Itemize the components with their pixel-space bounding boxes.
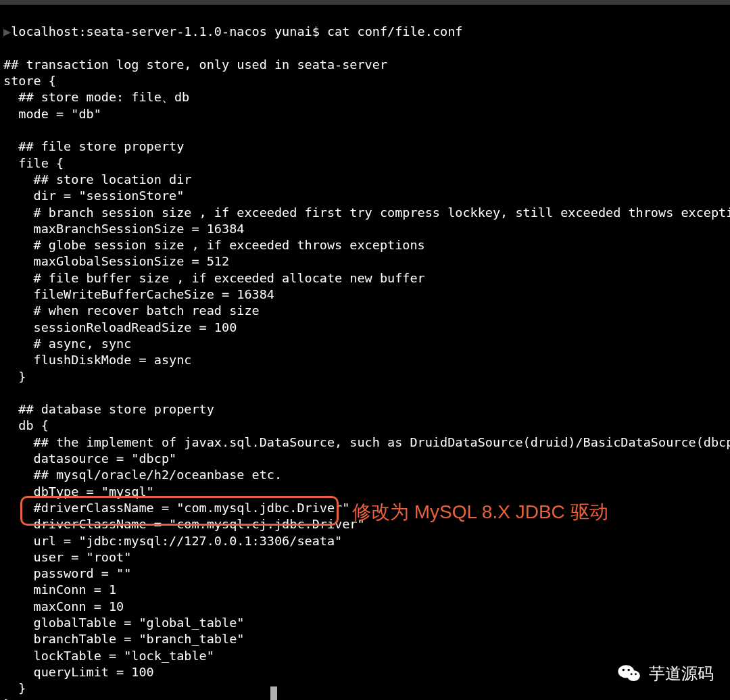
cfg-line: maxConn = 10 xyxy=(3,599,124,614)
cfg-line: maxGlobalSessionSize = 512 xyxy=(3,254,229,268)
cfg-line: sessionReloadReadSize = 100 xyxy=(3,320,237,334)
cfg-comment: ## store mode: file、db xyxy=(3,90,189,104)
cfg-line: store { xyxy=(3,74,56,88)
prompt-host: localhost:seata-server-1.1.0-nacos xyxy=(11,24,267,39)
cfg-line: #driverClassName = "com.mysql.jdbc.Drive… xyxy=(3,501,349,515)
terminal-content: ▶localhost:seata-server-1.1.0-nacos yuna… xyxy=(0,21,730,700)
cfg-line: } xyxy=(3,370,26,384)
terminal[interactable]: ▶localhost:seata-server-1.1.0-nacos yuna… xyxy=(0,5,730,700)
cfg-line: globalTable = "global_table" xyxy=(3,616,244,630)
window-titlebar xyxy=(0,0,730,5)
cfg-comment: # when recover batch read size xyxy=(3,303,260,318)
cfg-line-driver: driverClassName = "com.mysql.cj.jdbc.Dri… xyxy=(3,517,365,531)
cfg-line: file { xyxy=(3,156,64,170)
prompt-user: yunai xyxy=(274,24,312,39)
cfg-comment: # async, sync xyxy=(3,336,131,351)
cfg-comment: ## file store property xyxy=(3,139,184,153)
cfg-line: queryLimit = 100 xyxy=(3,665,154,679)
command-text: cat conf/file.conf xyxy=(327,24,462,39)
cfg-line: fileWriteBufferCacheSize = 16384 xyxy=(3,287,274,301)
cfg-comment: ## store location dir xyxy=(3,172,191,186)
cfg-comment: ## database store property xyxy=(3,402,214,416)
cfg-line: flushDiskMode = async xyxy=(3,353,191,367)
cfg-line: mode = "db" xyxy=(3,107,101,121)
cfg-comment: ## mysql/oracle/h2/oceanbase etc. xyxy=(3,468,282,482)
cfg-line: db { xyxy=(3,418,49,432)
cfg-line: password = "" xyxy=(3,566,131,580)
cfg-line: user = "root" xyxy=(3,550,131,564)
cfg-comment: # file buffer size , if exceeded allocat… xyxy=(3,271,425,285)
cfg-line: dbType = "mysql" xyxy=(3,484,154,499)
cfg-comment: # globe session size , if exceeded throw… xyxy=(3,238,425,252)
cfg-line: datasource = "dbcp" xyxy=(3,451,176,466)
cfg-comment: ## the implement of javax.sql.DataSource… xyxy=(3,435,730,449)
cfg-line: } xyxy=(3,697,11,700)
cfg-comment: # branch session size , if exceeded firs… xyxy=(3,205,730,220)
cfg-line: branchTable = "branch_table" xyxy=(3,632,244,646)
cfg-line: lockTable = "lock_table" xyxy=(3,649,214,663)
cfg-line: dir = "sessionStore" xyxy=(3,189,184,203)
cfg-line: maxBranchSessionSize = 16384 xyxy=(3,222,244,236)
terminal-cursor xyxy=(270,686,277,700)
prompt-arrow-icon: ▶ xyxy=(3,24,11,39)
cfg-line: minConn = 1 xyxy=(3,582,116,597)
cfg-line: } xyxy=(3,681,26,695)
cfg-line: url = "jdbc:mysql://127.0.0.1:3306/seata… xyxy=(3,534,342,548)
cfg-comment: ## transaction log store, only used in s… xyxy=(3,57,387,72)
